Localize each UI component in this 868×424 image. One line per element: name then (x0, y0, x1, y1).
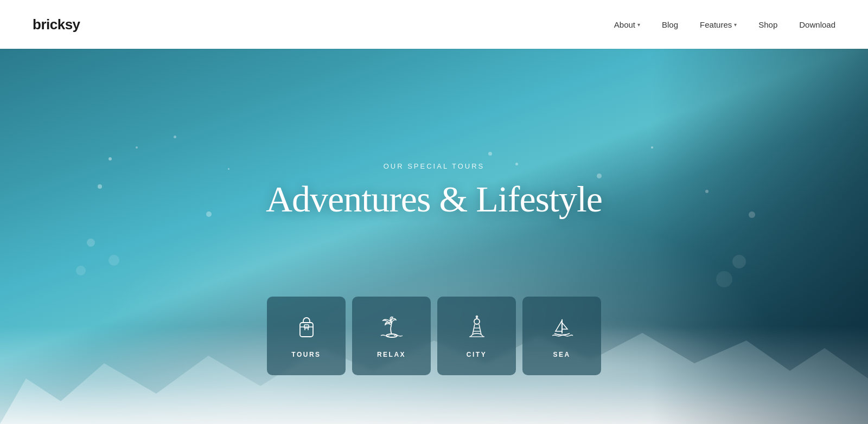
chevron-down-icon: ▾ (637, 22, 640, 28)
nav-download[interactable]: Download (799, 20, 835, 29)
tour-card-relax[interactable]: RELAX (352, 297, 431, 375)
nav-about[interactable]: About ▾ (614, 20, 640, 29)
sea-label: SEA (553, 351, 570, 358)
tour-card-sea[interactable]: SEA (522, 297, 601, 375)
sail-icon (549, 314, 575, 343)
svg-point-3 (474, 319, 480, 324)
tour-card-city[interactable]: CITY (437, 297, 516, 375)
tour-card-tours[interactable]: TOURS (267, 297, 346, 375)
svg-rect-1 (304, 325, 309, 328)
tours-label: TOURS (291, 351, 321, 358)
palm-icon (379, 314, 405, 343)
logo[interactable]: bricksy (33, 16, 80, 33)
chevron-down-icon: ▾ (734, 22, 737, 28)
hero-title: Adventures & Lifestyle (266, 178, 602, 221)
hero-dark-overlay (651, 49, 868, 424)
nav-features[interactable]: Features ▾ (700, 20, 737, 29)
tour-cards-container: TOURS RELAX (267, 297, 601, 375)
hero-subtitle: OUR SPECIAL TOURS (266, 162, 602, 170)
header: bricksy About ▾ Blog Features ▾ Shop Dow… (0, 0, 868, 49)
backpack-icon (293, 314, 320, 343)
nav: About ▾ Blog Features ▾ Shop Download (614, 20, 835, 29)
hero-content: OUR SPECIAL TOURS Adventures & Lifestyle (266, 162, 602, 221)
nav-shop[interactable]: Shop (758, 20, 777, 29)
nav-blog[interactable]: Blog (662, 20, 678, 29)
city-label: CITY (467, 351, 487, 358)
relax-label: RELAX (377, 351, 406, 358)
hero-section: OUR SPECIAL TOURS Adventures & Lifestyle… (0, 49, 868, 424)
tower-icon (464, 314, 490, 343)
